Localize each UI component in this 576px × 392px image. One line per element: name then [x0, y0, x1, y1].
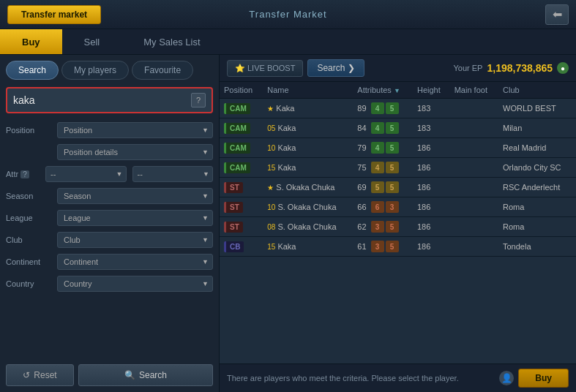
cell-height: 186	[413, 217, 450, 237]
reset-button[interactable]: ↺ Reset	[6, 364, 74, 386]
continent-select-wrap: Continent	[57, 254, 213, 270]
search-button[interactable]: 🔍 Search	[78, 364, 213, 386]
attr-select1[interactable]: --	[45, 166, 127, 182]
attr-label: Attr ?	[6, 170, 42, 178]
cell-attributes: 61 3 5	[353, 237, 413, 257]
left-panel: Search My players Favourite ? Position P…	[0, 55, 220, 392]
table-header: Position Name Attributes ▼ Height Main f…	[220, 82, 576, 99]
club-select[interactable]: Club	[57, 232, 213, 248]
player-search-input[interactable]	[13, 94, 191, 106]
search-tabs: Search My players Favourite	[6, 61, 213, 80]
buy-button[interactable]: Buy	[518, 369, 569, 388]
ep-icon: ●	[557, 62, 569, 74]
position-select[interactable]: Position	[57, 122, 213, 138]
cell-attributes: 66 6 3	[353, 197, 413, 217]
reset-icon: ↺	[23, 370, 30, 380]
search-results-button[interactable]: Search ❯	[307, 59, 364, 77]
cell-mainfoot	[450, 197, 498, 217]
search-results-label: Search	[317, 63, 345, 73]
tab-sales-list[interactable]: My Sales List	[121, 29, 222, 54]
cell-height: 186	[413, 237, 450, 257]
table-row[interactable]: CAM ★ Kaka 89 4 5 183 WORLD BEST	[220, 99, 576, 118]
table-row[interactable]: CAM 05 Kaka 84 4 5 183 Milan	[220, 118, 576, 138]
continent-select[interactable]: Continent	[57, 254, 213, 270]
ep-display: Your EP 1,198,738,865 ●	[454, 62, 569, 74]
table-row[interactable]: CB 15 Kaka 61 3 5 186 Tondela	[220, 237, 576, 257]
cell-position: ST	[220, 178, 263, 197]
results-tbody: CAM ★ Kaka 89 4 5 183 WORLD BEST CAM 05 …	[220, 99, 576, 257]
country-filter-row: Country Country	[6, 276, 213, 292]
tab-bar: Buy Sell My Sales List	[0, 29, 576, 55]
table-row[interactable]: CAM 15 Kaka 75 4 5 186 Orlando City SC	[220, 158, 576, 178]
back-button[interactable]: ⬅	[545, 4, 569, 25]
header-title: Transfer Market	[249, 9, 326, 20]
club-filter-row: Club Club	[6, 232, 213, 248]
cell-club: Real Madrid	[498, 138, 576, 158]
season-select[interactable]: Season	[57, 188, 213, 204]
status-message: There are players who meet the criteria.…	[227, 374, 459, 382]
cell-name: 08 S. Okaka Chuka	[263, 217, 353, 237]
cell-name: 10 Kaka	[263, 138, 353, 158]
league-select-wrap: League	[57, 210, 213, 226]
cell-attributes: 69 5 5	[353, 178, 413, 197]
cell-position: CB	[220, 237, 263, 257]
person-icon: 👤	[499, 371, 514, 385]
cell-name: 10 S. Okaka Chuka	[263, 197, 353, 217]
cell-position: CAM	[220, 138, 263, 158]
table-row[interactable]: CAM 10 Kaka 79 4 5 186 Real Madrid	[220, 138, 576, 158]
cell-mainfoot	[450, 99, 498, 118]
tab-favourite[interactable]: Favourite	[132, 61, 193, 80]
search-icon: 🔍	[124, 370, 135, 380]
help-button[interactable]: ?	[191, 93, 206, 108]
cell-club: WORLD BEST	[498, 99, 576, 118]
tab-search[interactable]: Search	[6, 61, 59, 80]
cell-attributes: 89 4 5	[353, 99, 413, 118]
transfer-market-button[interactable]: Transfer market	[7, 5, 101, 24]
col-attributes[interactable]: Attributes ▼	[353, 82, 413, 99]
cell-position: CAM	[220, 118, 263, 138]
position-details-row: Position details	[57, 144, 213, 160]
position-filter-row: Position Position	[6, 122, 213, 138]
league-select[interactable]: League	[57, 210, 213, 226]
table-row[interactable]: ST ★ S. Okaka Chuka 69 5 5 186 RSC Ander…	[220, 178, 576, 197]
table-row[interactable]: ST 08 S. Okaka Chuka 62 3 5 186 Roma	[220, 217, 576, 237]
league-label: League	[6, 214, 57, 222]
position-details-wrap: Position details	[57, 144, 213, 160]
live-boost-label: LIVE BOOST	[247, 64, 295, 72]
season-label: Season	[6, 192, 57, 200]
attr-select1-wrap: --	[45, 166, 127, 182]
position-label: Position	[6, 126, 57, 135]
continent-filter-row: Continent Continent	[6, 254, 213, 270]
country-select[interactable]: Country	[57, 276, 213, 292]
cell-attributes: 79 4 5	[353, 138, 413, 158]
attr-select2-wrap: --	[132, 166, 214, 182]
cell-mainfoot	[450, 118, 498, 138]
continent-label: Continent	[6, 257, 57, 266]
search-label: Search	[139, 370, 167, 380]
ep-value: 1,198,738,865	[487, 62, 553, 74]
col-height: Height	[413, 82, 450, 99]
country-select-wrap: Country	[57, 276, 213, 292]
cell-height: 183	[413, 118, 450, 138]
attr-filter-row: Attr ? -- --	[6, 166, 213, 182]
club-label: Club	[6, 235, 57, 244]
cell-attributes: 84 4 5	[353, 118, 413, 138]
ep-label: Your EP	[454, 64, 483, 72]
table-row[interactable]: ST 10 S. Okaka Chuka 66 6 3 186 Roma	[220, 197, 576, 217]
header: Transfer market Transfer Market ⬅	[0, 0, 576, 29]
cell-name: 15 Kaka	[263, 237, 353, 257]
attr-select2[interactable]: --	[132, 166, 214, 182]
attr-help-icon[interactable]: ?	[20, 170, 29, 178]
tab-sell[interactable]: Sell	[62, 29, 122, 54]
col-club: Club	[498, 82, 576, 99]
cell-name: ★ S. Okaka Chuka	[263, 178, 353, 197]
cell-club: Tondela	[498, 237, 576, 257]
main-layout: Search My players Favourite ? Position P…	[0, 55, 576, 392]
tab-my-players[interactable]: My players	[61, 61, 129, 80]
season-select-wrap: Season	[57, 188, 213, 204]
country-label: Country	[6, 279, 57, 288]
cell-height: 186	[413, 138, 450, 158]
position-details-select[interactable]: Position details	[57, 144, 213, 160]
live-boost-button[interactable]: ⭐ LIVE BOOST	[227, 60, 303, 77]
tab-buy[interactable]: Buy	[0, 29, 62, 54]
